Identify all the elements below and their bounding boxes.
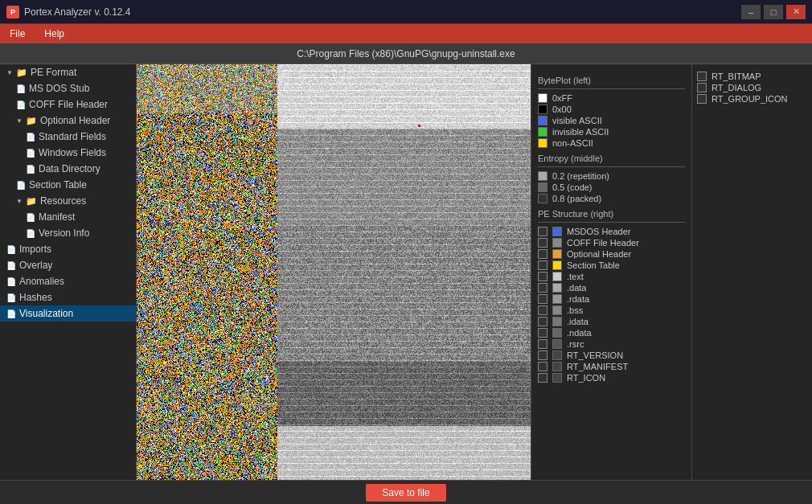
sidebar-item-visualization[interactable]: 📄 Visualization (0, 305, 136, 322)
sidebar: ▼ 📁 PE Format 📄 MS DOS Stub 📄 COFF File … (0, 64, 137, 480)
label-rdata: .rdata (567, 294, 589, 304)
label-rt-bitmap: RT_BITMAP (712, 72, 761, 81)
legend-item-rt-version: RT_VERSION (538, 350, 685, 361)
entropy-legend-title: Entropy (middle) (538, 154, 685, 163)
label-data: .data (567, 283, 586, 293)
sidebar-item-data-directory[interactable]: 📄 Data Directory (0, 161, 136, 177)
sidebar-label-optional-header: Optional Header (40, 115, 110, 126)
color-0xff (538, 93, 547, 103)
sidebar-label-windows-fields: Windows Fields (39, 147, 106, 158)
label-rt-group-icon: RT_GROUP_ICON (712, 94, 788, 104)
check-section-table[interactable] (538, 260, 547, 270)
check-bss[interactable] (538, 305, 547, 315)
maximize-button[interactable]: □ (764, 5, 783, 19)
window-controls: – □ ✕ (741, 5, 806, 19)
sidebar-item-anomalies[interactable]: 📄 Anomalies (0, 273, 136, 289)
byteplot-legend-title: BytePlot (left) (538, 76, 685, 85)
sidebar-item-ms-dos-stub[interactable]: 📄 MS DOS Stub (0, 80, 136, 96)
sidebar-item-resources[interactable]: ▼ 📁 Resources (0, 193, 136, 209)
color-0x00 (538, 104, 547, 114)
check-rt-dialog[interactable] (697, 83, 707, 92)
check-rdata[interactable] (538, 294, 547, 304)
sidebar-label-imports: Imports (19, 244, 51, 255)
label-rt-dialog: RT_DIALOG (712, 83, 761, 92)
sidebar-item-hashes[interactable]: 📄 Hashes (0, 289, 136, 305)
sidebar-item-optional-header[interactable]: ▼ 📁 Optional Header (0, 113, 136, 129)
doc-icon-ha: 📄 (6, 293, 16, 302)
label-0.5: 0.5 (code) (552, 182, 593, 192)
label-bss: .bss (567, 305, 583, 315)
color-section-table (552, 260, 562, 270)
check-msdos[interactable] (538, 227, 547, 236)
sidebar-item-coff-file-header[interactable]: 📄 COFF File Header (0, 96, 136, 113)
expand-icon-opt: ▼ (16, 117, 23, 125)
visualization-panels (137, 64, 531, 480)
legend-item-invisible-ascii: invisible ASCII (538, 126, 685, 137)
label-ndata: .ndata (567, 328, 592, 338)
sidebar-item-manifest[interactable]: 📄 Manifest (0, 209, 136, 225)
legend-item-bss: .bss (538, 305, 685, 316)
check-data[interactable] (538, 283, 547, 293)
color-non-ascii (538, 138, 547, 148)
check-rt-manifest[interactable] (538, 362, 547, 371)
sidebar-item-windows-fields[interactable]: 📄 Windows Fields (0, 145, 136, 161)
sidebar-label-ms-dos-stub: MS DOS Stub (29, 83, 89, 94)
legend-item-idata: .idata (538, 316, 685, 327)
sidebar-item-imports[interactable]: 📄 Imports (0, 241, 136, 257)
sidebar-label-data-directory: Data Directory (39, 163, 100, 174)
menu-help[interactable]: Help (41, 27, 68, 41)
legend-item-msdos: MSDOS Header (538, 226, 685, 237)
label-0xff: 0xFF (552, 93, 572, 103)
legend-item-0.8: 0.8 (packed) (538, 193, 685, 204)
sidebar-item-pe-format[interactable]: ▼ 📁 PE Format (0, 64, 136, 80)
color-0.5 (538, 182, 547, 192)
app-icon: P (6, 6, 19, 18)
sidebar-item-version-info[interactable]: 📄 Version Info (0, 225, 136, 241)
close-button[interactable]: ✕ (786, 5, 806, 19)
legend-item-0xff: 0xFF (538, 92, 685, 104)
color-visible-ascii (538, 116, 547, 125)
legend-item-text: .text (538, 271, 685, 282)
check-coff[interactable] (538, 238, 547, 248)
check-rt-group-icon[interactable] (697, 94, 707, 104)
check-ndata[interactable] (538, 328, 547, 338)
sidebar-label-section-table: Section Table (29, 179, 87, 191)
expand-icon-res: ▼ (16, 198, 23, 205)
label-idata: .idata (567, 317, 588, 326)
check-rt-bitmap[interactable] (697, 72, 707, 81)
color-msdos (552, 227, 562, 236)
sidebar-label-coff-file-header: COFF File Header (29, 99, 108, 110)
label-0x00: 0x00 (552, 104, 572, 114)
label-non-ascii: non-ASCII (552, 138, 593, 148)
color-rdata (552, 294, 562, 304)
check-rsrc[interactable] (538, 339, 547, 349)
legend-item-opt-hdr: Optional Header (538, 248, 685, 260)
doc-icon-sf: 📄 (26, 133, 35, 141)
check-opt-hdr[interactable] (538, 249, 547, 259)
entropy-divider (538, 166, 685, 167)
legend-item-rdata: .rdata (538, 293, 685, 305)
check-text[interactable] (538, 272, 547, 281)
label-text: .text (567, 272, 584, 281)
sidebar-item-standard-fields[interactable]: 📄 Standard Fields (0, 129, 136, 145)
sidebar-label-hashes: Hashes (19, 292, 52, 303)
doc-icon: 📄 (16, 84, 26, 93)
sidebar-label-standard-fields: Standard Fields (39, 131, 106, 142)
content-area: BytePlot (left) 0xFF 0x00 visible ASCII … (137, 64, 812, 480)
sidebar-item-overlay[interactable]: 📄 Overlay (0, 257, 136, 273)
check-rt-icon[interactable] (538, 373, 547, 383)
minimize-button[interactable]: – (741, 5, 761, 19)
app-title: Portex Analyzer v. 0.12.4 (24, 6, 131, 18)
check-idata[interactable] (538, 317, 547, 326)
check-rt-version[interactable] (538, 350, 547, 360)
legend-item-rt-manifest: RT_MANIFEST (538, 361, 685, 372)
legend-item-rt-group-icon: RT_GROUP_ICON (697, 93, 807, 104)
menu-file[interactable]: File (6, 27, 28, 41)
save-to-file-button[interactable]: Save to file (366, 484, 445, 502)
color-bss (552, 305, 562, 315)
sidebar-item-section-table[interactable]: 📄 Section Table (0, 177, 136, 193)
legend-panel: BytePlot (left) 0xFF 0x00 visible ASCII … (531, 64, 691, 480)
label-rt-version: RT_VERSION (567, 350, 623, 360)
legend-item-0.2: 0.2 (repetition) (538, 170, 685, 182)
folder-icon: 📁 (16, 68, 27, 78)
